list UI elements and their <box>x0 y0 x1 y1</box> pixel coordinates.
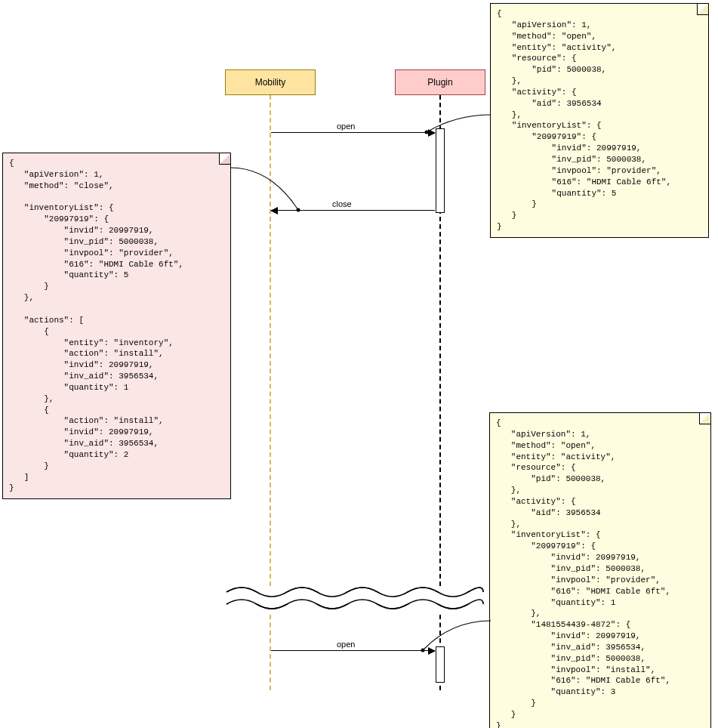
activation-plugin-1 <box>436 128 445 213</box>
lifeline-mobility-upper <box>270 95 271 586</box>
message-open-2-label: open <box>337 640 355 649</box>
svg-rect-0 <box>226 592 483 604</box>
participant-plugin-label: Plugin <box>427 77 452 88</box>
lifeline-mobility-lower <box>270 615 271 690</box>
connector-note-close <box>226 166 310 219</box>
message-open-2 <box>271 650 435 651</box>
time-break <box>226 583 483 613</box>
message-open-1-label: open <box>337 122 355 131</box>
message-open-1 <box>271 132 435 133</box>
participant-mobility-label: Mobility <box>255 77 286 88</box>
participant-mobility: Mobility <box>225 69 316 95</box>
participant-plugin: Plugin <box>395 69 485 95</box>
message-close-label: close <box>332 199 352 208</box>
note-open-1: { "apiVersion": 1, "method": "open", "en… <box>490 3 709 238</box>
note-open-2: { "apiVersion": 1, "method": "open", "en… <box>489 412 711 728</box>
activation-plugin-2 <box>436 646 445 683</box>
note-close: { "apiVersion": 1, "method": "close", "i… <box>2 153 231 499</box>
message-close <box>271 210 435 211</box>
